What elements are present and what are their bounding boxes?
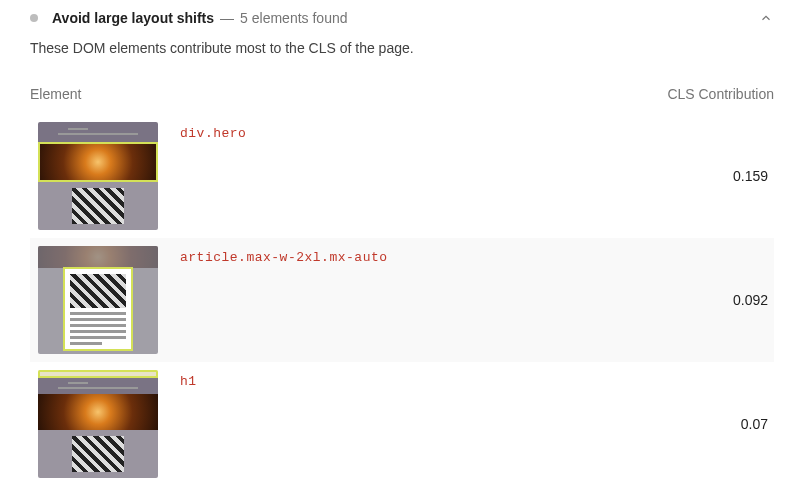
table-row: article.max-w-2xl.mx-auto 0.092 bbox=[30, 238, 774, 362]
element-thumbnail bbox=[38, 246, 158, 354]
element-thumbnail bbox=[38, 122, 158, 230]
cls-value: 0.159 bbox=[644, 168, 774, 184]
table-row: div.hero 0.159 bbox=[30, 114, 774, 238]
cls-value: 0.07 bbox=[644, 416, 774, 432]
status-dot-icon bbox=[30, 14, 38, 22]
audit-description: These DOM elements contribute most to th… bbox=[30, 36, 774, 74]
chevron-up-icon[interactable] bbox=[758, 10, 774, 26]
element-thumbnail bbox=[38, 370, 158, 478]
table-header: Element CLS Contribution bbox=[30, 74, 774, 114]
audit-separator: — bbox=[220, 10, 234, 26]
audit-section: Avoid large layout shifts — 5 elements f… bbox=[0, 0, 804, 486]
table-row: h1 0.07 bbox=[30, 362, 774, 486]
column-cls-header: CLS Contribution bbox=[644, 86, 774, 102]
column-element-header: Element bbox=[30, 86, 644, 102]
element-selector: article.max-w-2xl.mx-auto bbox=[158, 246, 644, 265]
element-selector: div.hero bbox=[158, 122, 644, 141]
cls-value: 0.092 bbox=[644, 292, 774, 308]
audit-title: Avoid large layout shifts bbox=[52, 10, 214, 26]
audit-subtitle: 5 elements found bbox=[240, 10, 347, 26]
element-selector: h1 bbox=[158, 370, 644, 389]
audit-header[interactable]: Avoid large layout shifts — 5 elements f… bbox=[30, 0, 774, 36]
